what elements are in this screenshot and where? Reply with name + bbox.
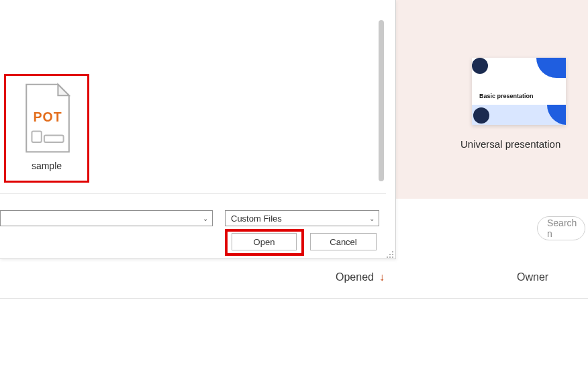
search-input[interactable]: Search n [537,216,585,240]
column-header-owner[interactable]: Owner [517,271,548,283]
svg-point-10 [387,256,388,258]
file-item-sample[interactable]: POT sample [4,74,89,183]
svg-point-3 [473,107,489,124]
divider [0,298,588,299]
filetype-label: Custom Files [231,214,282,224]
template-inner-title: Basic presentation [479,93,534,99]
dialog-controls: ⌄ Custom Files ⌄ Open Cancel [0,197,395,259]
open-button-label: Open [254,237,275,247]
chevron-down-icon: ⌄ [369,215,375,222]
scrollbar-thumb[interactable] [379,20,384,181]
template-thumbnail-graphic [472,58,566,125]
file-item-label: sample [32,160,62,171]
pot-file-icon: POT [19,83,75,155]
open-button[interactable]: Open [232,233,297,250]
arrow-down-icon: ↓ [379,271,385,283]
filetype-select[interactable]: Custom Files ⌄ [225,210,379,226]
vertical-scrollbar[interactable] [379,20,384,189]
template-thumbnail[interactable] [472,58,566,125]
cancel-button[interactable]: Cancel [310,233,377,250]
svg-point-9 [392,254,393,255]
svg-point-8 [389,254,391,255]
svg-point-7 [392,251,393,252]
file-list-pane[interactable]: POT sample [0,0,386,194]
svg-point-1 [472,58,488,74]
column-header-opened-label: Opened [336,271,374,283]
filename-input[interactable]: ⌄ [0,210,213,226]
svg-text:POT: POT [33,109,62,124]
template-label[interactable]: Universal presentation [460,138,560,150]
cancel-button-label: Cancel [330,237,356,247]
chevron-down-icon: ⌄ [203,215,208,222]
svg-point-11 [389,256,391,258]
file-open-dialog: POT sample ⌄ Custom Files ⌄ Open Cancel [0,0,396,259]
svg-point-12 [392,256,393,258]
search-placeholder: Search n [547,218,585,239]
resize-grip-icon[interactable] [386,249,394,257]
column-header-opened[interactable]: Opened ↓ [336,271,385,283]
